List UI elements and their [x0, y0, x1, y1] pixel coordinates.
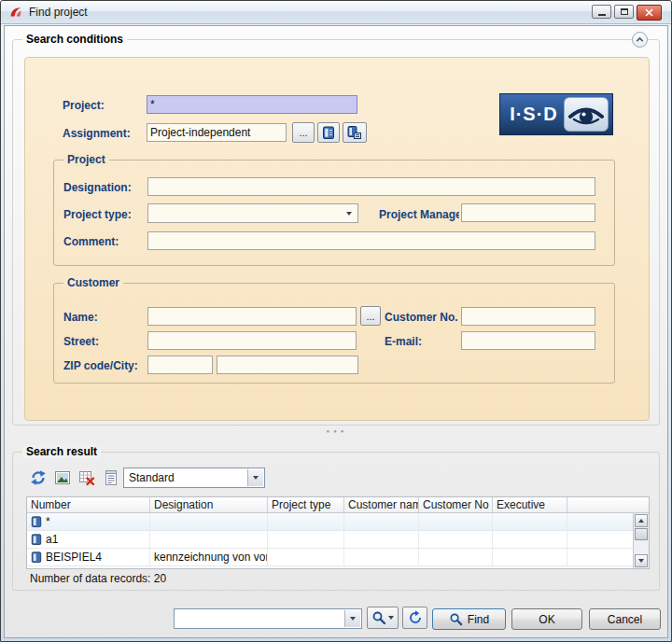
customer-name-input[interactable] — [147, 307, 357, 326]
assignment-input[interactable] — [147, 123, 287, 142]
column-header-executive[interactable]: Executive — [493, 497, 567, 512]
cell-number-text: * — [46, 515, 50, 528]
project-item-icon — [31, 533, 42, 546]
dialog-body: Search conditions Project: I·S·D — [4, 25, 668, 638]
customer-name-label: Name: — [63, 311, 98, 324]
table-row[interactable]: BEISPIEL4 kennzeichnung von von — [27, 549, 633, 566]
cell-executive — [493, 513, 567, 530]
customer-group-label: Customer — [63, 276, 123, 289]
table-row[interactable]: a1 — [27, 531, 633, 549]
document-workspace-icon — [347, 125, 362, 140]
window-controls — [592, 5, 662, 21]
cell-number: * — [27, 513, 150, 530]
scroll-up-button[interactable] — [635, 514, 648, 527]
app-icon — [8, 5, 23, 20]
assignment-workspace-button[interactable] — [343, 122, 367, 143]
combo-arrow-button[interactable] — [247, 469, 263, 486]
assignment-document-button[interactable] — [317, 122, 340, 143]
search-conditions-group: Search conditions Project: I·S·D — [12, 39, 660, 426]
magnifier-icon — [371, 610, 386, 625]
zip-city-label: ZIP code/City: — [63, 359, 138, 372]
conditions-panel: Project: I·S·D Assignment: . — [24, 57, 650, 421]
scroll-down-button[interactable] — [635, 554, 648, 567]
cell-designation — [150, 531, 268, 548]
street-input[interactable] — [147, 331, 357, 350]
cell-customer-no — [419, 549, 493, 565]
print-list-button[interactable] — [101, 468, 121, 488]
project-group: Project Designation: Project type: Proje… — [53, 160, 615, 266]
report-icon — [103, 469, 119, 486]
collapse-button[interactable] — [632, 32, 648, 48]
street-label: Street: — [63, 335, 99, 348]
project-item-icon — [31, 515, 42, 528]
column-header-project-type[interactable]: Project type — [268, 497, 344, 512]
column-header-number[interactable]: Number — [27, 497, 150, 512]
cell-customer-no — [419, 513, 493, 530]
quick-find-select[interactable] — [174, 608, 362, 629]
minimize-icon — [598, 14, 606, 16]
maximize-button[interactable] — [614, 5, 634, 19]
splitter-handle[interactable]: ●●● — [313, 428, 361, 434]
window-title: Find project — [29, 6, 88, 19]
isd-logo-text: I·S·D — [504, 104, 564, 125]
cell-customer-name — [344, 513, 419, 530]
combo-arrow-button[interactable] — [344, 610, 360, 627]
city-input[interactable] — [217, 356, 358, 374]
delete-result-button[interactable] — [77, 468, 97, 488]
cell-filler — [567, 549, 633, 565]
comment-label: Comment: — [63, 235, 119, 248]
cell-project-type — [268, 531, 344, 548]
email-input[interactable] — [461, 331, 595, 350]
cell-project-type — [268, 513, 344, 530]
refresh-results-button[interactable] — [28, 468, 49, 488]
project-input[interactable] — [147, 95, 357, 114]
cancel-button[interactable]: Cancel — [589, 608, 661, 630]
vertical-scrollbar[interactable] — [633, 513, 649, 568]
table-row[interactable]: * — [27, 513, 633, 531]
project-item-icon — [31, 551, 42, 564]
search-options-button[interactable] — [367, 607, 399, 629]
result-view-select[interactable]: Standard — [123, 468, 265, 488]
arrow-down-icon — [638, 559, 644, 563]
column-header-customer-no[interactable]: Customer No — [419, 497, 493, 512]
image-icon — [54, 469, 71, 486]
email-label: E-mail: — [385, 335, 422, 348]
designation-input[interactable] — [147, 177, 595, 196]
delete-grid-icon — [78, 469, 95, 486]
customer-no-input[interactable] — [461, 307, 595, 326]
dropdown-arrow-icon — [388, 616, 394, 620]
titlebar: Find project — [1, 1, 671, 24]
find-button[interactable]: Find — [432, 608, 506, 630]
find-project-window: Find project Search conditions Project: — [0, 0, 672, 642]
ok-button[interactable]: OK — [511, 608, 582, 630]
customer-browse-button[interactable]: ... — [360, 306, 381, 326]
record-count-status: Number of data records: 20 — [30, 572, 166, 585]
comment-input[interactable] — [147, 231, 595, 250]
magnifier-icon — [449, 612, 463, 626]
project-type-label: Project type: — [63, 208, 132, 221]
cell-designation — [150, 513, 268, 530]
cell-executive — [493, 549, 567, 565]
search-conditions-label: Search conditions — [22, 33, 127, 46]
project-manager-input[interactable] — [461, 203, 595, 222]
preview-image-button[interactable] — [52, 468, 73, 488]
cell-customer-name — [344, 549, 419, 565]
assignment-browse-button[interactable]: ... — [292, 122, 315, 143]
isd-logo: I·S·D — [499, 93, 613, 135]
project-type-select[interactable] — [147, 203, 358, 223]
find-button-label: Find — [468, 613, 489, 626]
dropdown-arrow-icon — [346, 212, 352, 216]
table-header: Number Designation Project type Customer… — [27, 497, 649, 513]
zip-input[interactable] — [147, 356, 213, 374]
results-table: Number Designation Project type Customer… — [26, 496, 650, 569]
cell-number: BEISPIEL4 — [27, 549, 150, 565]
cell-project-type — [268, 549, 344, 565]
refresh-button[interactable] — [402, 607, 427, 629]
column-header-designation[interactable]: Designation — [150, 497, 268, 512]
column-header-customer-name[interactable]: Customer name — [344, 497, 419, 512]
cell-designation: kennzeichnung von von — [150, 549, 268, 565]
minimize-button[interactable] — [592, 5, 611, 19]
column-header-filler — [567, 497, 649, 512]
scrollbar-thumb[interactable] — [635, 528, 648, 540]
close-button[interactable] — [637, 5, 662, 21]
